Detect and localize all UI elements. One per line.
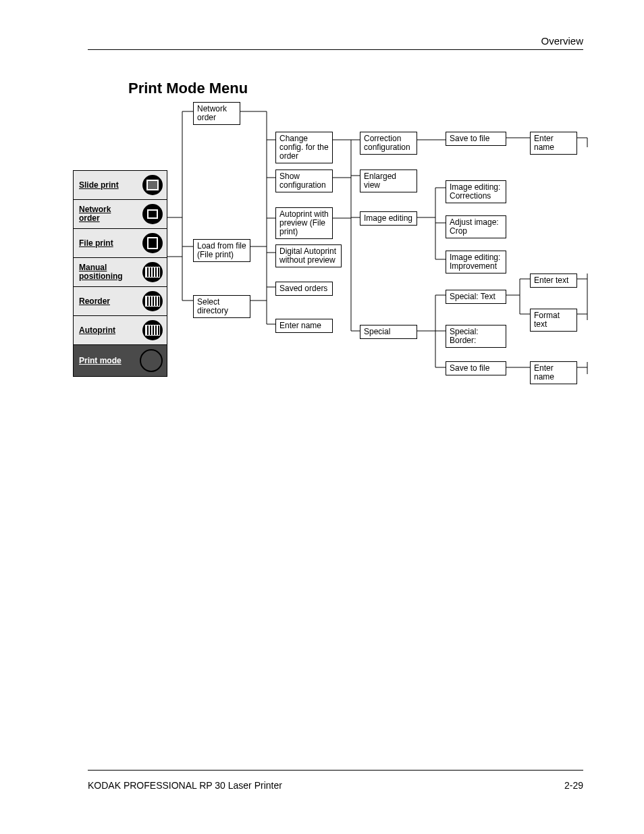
- node-digital-autoprint: Digital Autoprint without preview: [275, 244, 342, 267]
- node-image-editing: Image editing: [360, 211, 417, 226]
- node-special-border: Special: Border:: [446, 325, 506, 348]
- node-enter-name-2: Enter name: [530, 361, 577, 384]
- running-header: Overview: [541, 35, 583, 47]
- node-save-to-file-2: Save to file: [446, 361, 506, 375]
- node-enter-name: Enter name: [275, 319, 333, 333]
- node-show-config: Show configuration: [275, 170, 333, 192]
- film-x-icon: [142, 291, 163, 311]
- node-select-directory: Select directory: [193, 295, 250, 318]
- sidebar-item-print-mode[interactable]: Print mode: [74, 345, 167, 376]
- sidebar-item-manual-positioning[interactable]: Manual positioning: [74, 258, 167, 287]
- sidebar-item-reorder[interactable]: Reorder: [74, 287, 167, 316]
- sidebar-label: Manual positioning: [79, 263, 132, 281]
- node-correction-config: Correction configuration: [360, 132, 417, 155]
- sidebar-label: Print mode: [79, 357, 122, 365]
- sidebar-item-file-print[interactable]: File print: [74, 229, 167, 258]
- node-image-editing-improvement: Image editing: Improvement: [446, 251, 506, 273]
- document-page: Overview Print Mode Menu Slide print Net…: [0, 0, 644, 834]
- node-adjust-image-crop: Adjust image: Crop: [446, 215, 506, 238]
- film-icon: [142, 262, 163, 282]
- film-icon: [142, 320, 163, 340]
- circle-icon: [140, 349, 163, 372]
- node-enter-text: Enter text: [530, 273, 577, 288]
- node-load-from-file: Load from file (File print): [193, 239, 250, 262]
- monitor-icon: [142, 175, 163, 195]
- footer-rule: [88, 770, 583, 771]
- sidebar-item-slide-print[interactable]: Slide print: [74, 171, 167, 200]
- node-enter-name-1: Enter name: [530, 132, 577, 155]
- sidebar-panel: Slide print Network order File print Man…: [73, 170, 167, 377]
- node-change-config: Change config. for the order: [275, 132, 333, 163]
- node-format-text: Format text: [530, 309, 577, 332]
- node-saved-orders: Saved orders: [275, 282, 333, 296]
- sidebar-label: File print: [79, 239, 113, 248]
- disk-icon: [142, 233, 163, 253]
- node-special-text: Special: Text: [446, 290, 506, 304]
- node-autoprint-preview: Autoprint with preview (File print): [275, 207, 333, 239]
- footer-right: 2-29: [564, 780, 583, 791]
- header-rule: [88, 49, 583, 50]
- sidebar-item-network-order[interactable]: Network order: [74, 200, 167, 229]
- sidebar-label: Slide print: [79, 181, 119, 190]
- node-special: Special: [360, 325, 417, 339]
- node-save-to-file: Save to file: [446, 132, 506, 146]
- computer-icon: [142, 204, 163, 224]
- sidebar-item-autoprint[interactable]: Autoprint: [74, 316, 167, 345]
- node-network-order: Network order: [193, 102, 240, 125]
- footer-left: KODAK PROFESSIONAL RP 30 Laser Printer: [88, 780, 282, 791]
- node-enlarged-view: Enlarged view: [360, 170, 417, 192]
- page-title: Print Mode Menu: [128, 80, 248, 97]
- sidebar-label: Reorder: [79, 297, 110, 306]
- sidebar-label: Network order: [79, 205, 132, 223]
- sidebar-label: Autoprint: [79, 326, 115, 335]
- node-image-editing-corrections: Image editing: Corrections: [446, 180, 506, 203]
